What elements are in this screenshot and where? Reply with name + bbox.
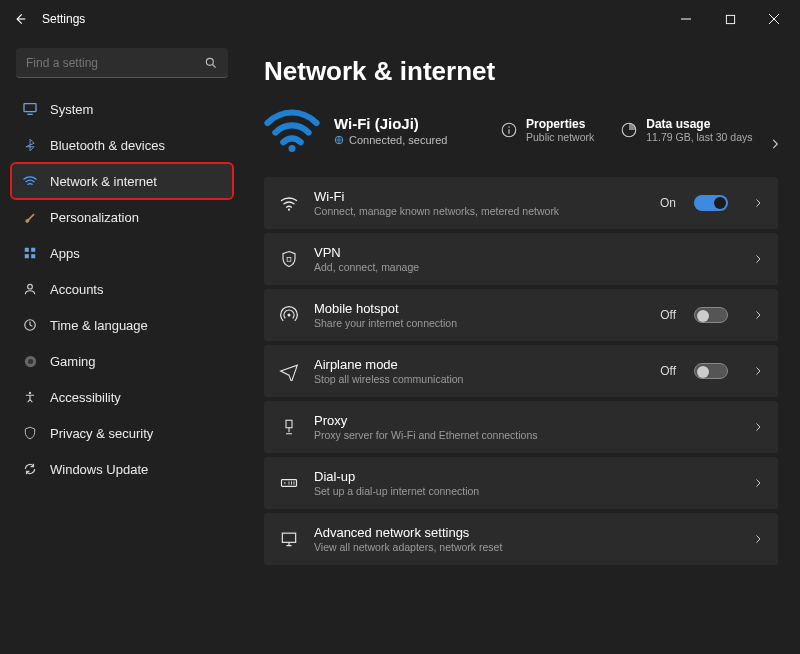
svg-point-12 bbox=[289, 145, 296, 152]
sidebar-item-bluetooth[interactable]: Bluetooth & devices bbox=[12, 128, 232, 162]
info-icon bbox=[500, 121, 518, 139]
brush-icon bbox=[22, 209, 38, 225]
svg-point-10 bbox=[28, 359, 33, 364]
svg-point-19 bbox=[288, 314, 291, 317]
svg-rect-20 bbox=[286, 420, 292, 428]
sidebar-item-label: Windows Update bbox=[50, 462, 148, 477]
settings-list: Wi-Fi Connect, manage known networks, me… bbox=[264, 177, 778, 575]
arrow-left-icon bbox=[13, 12, 27, 26]
sidebar: System Bluetooth & devices Network & int… bbox=[0, 38, 242, 654]
minimize-button[interactable] bbox=[664, 4, 708, 34]
sidebar-item-personalization[interactable]: Personalization bbox=[12, 200, 232, 234]
data-usage-icon bbox=[620, 121, 638, 139]
sidebar-item-label: Accounts bbox=[50, 282, 103, 297]
wifi-icon bbox=[278, 192, 300, 214]
sidebar-item-label: Gaming bbox=[50, 354, 96, 369]
minimize-icon bbox=[680, 13, 692, 25]
shield-icon bbox=[22, 425, 38, 441]
chevron-right-icon bbox=[752, 309, 764, 321]
gaming-icon bbox=[22, 353, 38, 369]
sidebar-item-apps[interactable]: Apps bbox=[12, 236, 232, 270]
properties-block[interactable]: Properties Public network bbox=[500, 117, 594, 143]
chevron-right-icon bbox=[752, 477, 764, 489]
main-content: Network & internet Wi-Fi (JioJi) Connect… bbox=[242, 38, 800, 654]
sidebar-nav: System Bluetooth & devices Network & int… bbox=[10, 92, 234, 486]
sidebar-item-label: Network & internet bbox=[50, 174, 157, 189]
advanced-network-icon bbox=[278, 528, 300, 550]
sidebar-item-label: Bluetooth & devices bbox=[50, 138, 165, 153]
chevron-right-icon bbox=[752, 197, 764, 209]
svg-point-17 bbox=[288, 209, 290, 211]
hotspot-toggle[interactable] bbox=[694, 307, 728, 323]
row-proxy[interactable]: Proxy Proxy server for Wi-Fi and Etherne… bbox=[264, 401, 778, 453]
chevron-right-icon bbox=[752, 365, 764, 377]
sidebar-item-system[interactable]: System bbox=[12, 92, 232, 126]
svg-rect-0 bbox=[726, 15, 734, 23]
accounts-icon bbox=[22, 281, 38, 297]
sidebar-item-privacy[interactable]: Privacy & security bbox=[12, 416, 232, 450]
sidebar-item-label: Privacy & security bbox=[50, 426, 153, 441]
svg-point-7 bbox=[28, 284, 33, 289]
sidebar-item-time[interactable]: Time & language bbox=[12, 308, 232, 342]
svg-point-22 bbox=[284, 482, 286, 484]
sidebar-item-update[interactable]: Windows Update bbox=[12, 452, 232, 486]
connection-status-card[interactable]: Wi-Fi (JioJi) Connected, secured Propert… bbox=[264, 105, 778, 171]
airplane-toggle[interactable] bbox=[694, 363, 728, 379]
toggle-state-label: On bbox=[660, 196, 676, 210]
shield-lock-icon bbox=[278, 248, 300, 270]
close-button[interactable] bbox=[752, 4, 796, 34]
chevron-right-icon bbox=[752, 253, 764, 265]
update-icon bbox=[22, 461, 38, 477]
back-button[interactable] bbox=[4, 3, 36, 35]
row-airplane[interactable]: Airplane mode Stop all wireless communic… bbox=[264, 345, 778, 397]
search-box[interactable] bbox=[16, 48, 228, 78]
row-advanced[interactable]: Advanced network settings View all netwo… bbox=[264, 513, 778, 565]
toggle-state-label: Off bbox=[660, 308, 676, 322]
wifi-toggle[interactable] bbox=[694, 195, 728, 211]
sidebar-item-gaming[interactable]: Gaming bbox=[12, 344, 232, 378]
svg-point-11 bbox=[29, 392, 31, 394]
row-hotspot[interactable]: Mobile hotspot Share your internet conne… bbox=[264, 289, 778, 341]
window-title: Settings bbox=[42, 12, 85, 26]
row-dialup[interactable]: Dial-up Set up a dial-up internet connec… bbox=[264, 457, 778, 509]
globe-icon bbox=[334, 135, 344, 145]
svg-point-15 bbox=[508, 126, 510, 128]
row-vpn[interactable]: VPN Add, connect, manage bbox=[264, 233, 778, 285]
svg-rect-2 bbox=[24, 104, 36, 112]
close-icon bbox=[768, 13, 780, 25]
clock-globe-icon bbox=[22, 317, 38, 333]
sidebar-item-label: System bbox=[50, 102, 93, 117]
dialup-icon bbox=[278, 472, 300, 494]
apps-icon bbox=[22, 245, 38, 261]
svg-rect-23 bbox=[282, 533, 295, 542]
sidebar-item-network[interactable]: Network & internet bbox=[12, 164, 232, 198]
proxy-icon bbox=[278, 416, 300, 438]
sidebar-item-label: Time & language bbox=[50, 318, 148, 333]
chevron-right-icon bbox=[752, 421, 764, 433]
airplane-icon bbox=[278, 360, 300, 382]
svg-point-1 bbox=[206, 58, 213, 65]
wifi-large-icon bbox=[264, 107, 320, 153]
svg-rect-4 bbox=[31, 248, 35, 252]
sidebar-item-label: Accessibility bbox=[50, 390, 121, 405]
sidebar-item-label: Personalization bbox=[50, 210, 139, 225]
page-title: Network & internet bbox=[264, 56, 778, 87]
chevron-right-icon bbox=[768, 137, 782, 151]
search-icon bbox=[204, 56, 218, 70]
svg-rect-5 bbox=[25, 254, 29, 258]
data-usage-block[interactable]: Data usage 11.79 GB, last 30 days bbox=[620, 117, 752, 143]
row-wifi[interactable]: Wi-Fi Connect, manage known networks, me… bbox=[264, 177, 778, 229]
toggle-state-label: Off bbox=[660, 364, 676, 378]
search-input[interactable] bbox=[26, 56, 204, 70]
sidebar-item-accounts[interactable]: Accounts bbox=[12, 272, 232, 306]
sidebar-item-accessibility[interactable]: Accessibility bbox=[12, 380, 232, 414]
svg-rect-3 bbox=[25, 248, 29, 252]
svg-rect-18 bbox=[287, 258, 291, 262]
hotspot-icon bbox=[278, 304, 300, 326]
maximize-icon bbox=[725, 14, 736, 25]
connection-state: Connected, secured bbox=[334, 134, 474, 146]
ssid-label: Wi-Fi (JioJi) bbox=[334, 115, 474, 132]
maximize-button[interactable] bbox=[708, 4, 752, 34]
chevron-right-icon bbox=[752, 533, 764, 545]
system-icon bbox=[22, 101, 38, 117]
